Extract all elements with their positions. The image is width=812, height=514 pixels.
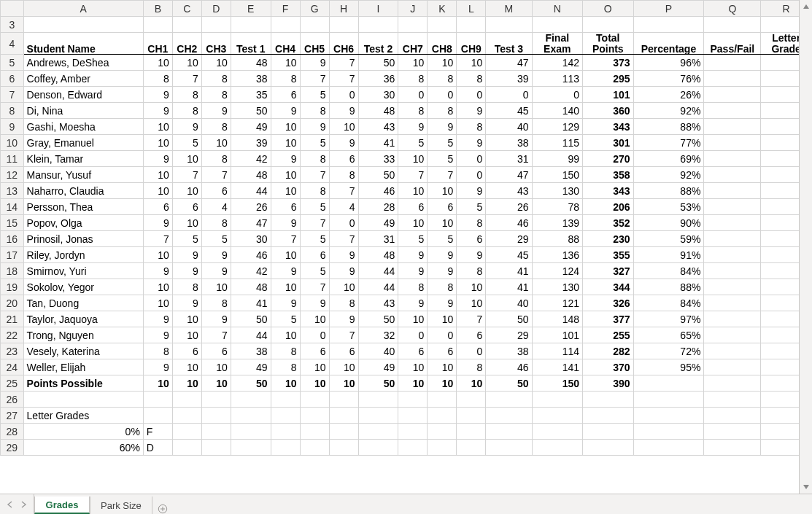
cell-t1[interactable]: 47 bbox=[231, 215, 271, 231]
cell-final[interactable]: 130 bbox=[532, 279, 583, 295]
cell-pct[interactable]: 96% bbox=[633, 55, 704, 71]
cell[interactable] bbox=[583, 424, 634, 440]
cell-ch6[interactable]: 8 bbox=[329, 295, 358, 311]
cell-ch6[interactable]: 6 bbox=[329, 151, 358, 167]
grade-letter-cell[interactable]: D bbox=[143, 440, 172, 456]
cell[interactable] bbox=[704, 327, 761, 343]
cell-ch3[interactable]: 4 bbox=[201, 199, 231, 215]
student-name-cell[interactable]: Prinosil, Jonas bbox=[23, 231, 143, 247]
cell-ch8[interactable]: 6 bbox=[428, 343, 457, 359]
cell-ch3[interactable]: 8 bbox=[201, 215, 231, 231]
header-pass-fail[interactable]: Pass/Fail bbox=[704, 33, 761, 55]
points-ch4[interactable]: 10 bbox=[271, 375, 300, 392]
cell-final[interactable]: 150 bbox=[532, 167, 583, 183]
scroll-track[interactable] bbox=[800, 13, 812, 480]
cell-pct[interactable]: 59% bbox=[633, 231, 704, 247]
cell-ch5[interactable]: 8 bbox=[300, 103, 329, 119]
cell[interactable] bbox=[457, 440, 486, 456]
cell[interactable] bbox=[704, 375, 761, 392]
header-ch6[interactable]: CH6 bbox=[329, 33, 358, 55]
cell-ch5[interactable]: 9 bbox=[300, 55, 329, 71]
cell-final[interactable]: 129 bbox=[532, 119, 583, 135]
cell-t3[interactable]: 41 bbox=[486, 279, 532, 295]
cell-ch7[interactable]: 10 bbox=[398, 359, 428, 375]
cell-final[interactable]: 139 bbox=[532, 215, 583, 231]
row-header-24[interactable]: 24 bbox=[1, 359, 24, 375]
cell-ch2[interactable]: 10 bbox=[172, 215, 201, 231]
cell-final[interactable]: 140 bbox=[532, 103, 583, 119]
cell-pct[interactable]: 97% bbox=[633, 311, 704, 327]
cell-ch1[interactable]: 10 bbox=[143, 295, 172, 311]
cell-ch9[interactable]: 0 bbox=[457, 343, 486, 359]
cell-ch6[interactable]: 9 bbox=[329, 103, 358, 119]
cell-ch1[interactable]: 9 bbox=[143, 327, 172, 343]
cell-ch1[interactable]: 9 bbox=[143, 87, 172, 103]
cell-ch5[interactable]: 10 bbox=[300, 311, 329, 327]
cell-total[interactable]: 326 bbox=[583, 295, 634, 311]
cell-ch3[interactable]: 8 bbox=[201, 119, 231, 135]
cell[interactable] bbox=[428, 392, 457, 408]
cell-pct[interactable]: 88% bbox=[633, 183, 704, 199]
cell-ch1[interactable]: 9 bbox=[143, 311, 172, 327]
cell-final[interactable]: 130 bbox=[532, 183, 583, 199]
cell[interactable] bbox=[143, 408, 172, 424]
cell-ch3[interactable]: 5 bbox=[201, 231, 231, 247]
cell-t2[interactable]: 48 bbox=[358, 103, 398, 119]
cell-ch9[interactable]: 10 bbox=[457, 55, 486, 71]
cell-ch2[interactable]: 5 bbox=[172, 135, 201, 151]
cell-final[interactable]: 88 bbox=[532, 231, 583, 247]
cell-total[interactable]: 343 bbox=[583, 183, 634, 199]
cell-total[interactable]: 344 bbox=[583, 279, 634, 295]
cell[interactable] bbox=[704, 87, 761, 103]
cell-t3[interactable]: 46 bbox=[486, 215, 532, 231]
cell[interactable] bbox=[457, 408, 486, 424]
cell-t2[interactable]: 49 bbox=[358, 215, 398, 231]
cell-t2[interactable]: 44 bbox=[358, 279, 398, 295]
cell-t1[interactable]: 42 bbox=[231, 151, 271, 167]
cell-pct[interactable]: 88% bbox=[633, 119, 704, 135]
cell-ch7[interactable]: 10 bbox=[398, 183, 428, 199]
column-header-P[interactable]: P bbox=[633, 1, 704, 17]
cell-ch9[interactable]: 8 bbox=[457, 263, 486, 279]
cell[interactable] bbox=[486, 424, 532, 440]
cell[interactable] bbox=[704, 215, 761, 231]
points-t1[interactable]: 50 bbox=[231, 375, 271, 392]
cell-pct[interactable]: 69% bbox=[633, 151, 704, 167]
cell[interactable] bbox=[329, 424, 358, 440]
cell-ch4[interactable]: 10 bbox=[271, 247, 300, 263]
cell-ch4[interactable]: 8 bbox=[271, 359, 300, 375]
cell-t3[interactable]: 38 bbox=[486, 343, 532, 359]
row-header-6[interactable]: 6 bbox=[1, 71, 24, 87]
cell-ch2[interactable]: 7 bbox=[172, 167, 201, 183]
points-t2[interactable]: 50 bbox=[358, 375, 398, 392]
cell[interactable] bbox=[358, 17, 398, 33]
row-header-13[interactable]: 13 bbox=[1, 183, 24, 199]
cell-pct[interactable]: 26% bbox=[633, 87, 704, 103]
cell-ch9[interactable]: 9 bbox=[457, 183, 486, 199]
student-name-cell[interactable]: Gray, Emanuel bbox=[23, 135, 143, 151]
cell-ch5[interactable]: 5 bbox=[300, 87, 329, 103]
cell-total[interactable]: 355 bbox=[583, 247, 634, 263]
cell-ch7[interactable]: 8 bbox=[398, 71, 428, 87]
cell-ch1[interactable]: 6 bbox=[143, 199, 172, 215]
cell[interactable] bbox=[532, 17, 583, 33]
cell-ch4[interactable]: 10 bbox=[271, 135, 300, 151]
cell-t1[interactable]: 44 bbox=[231, 327, 271, 343]
cell-t2[interactable]: 46 bbox=[358, 183, 398, 199]
cell[interactable] bbox=[201, 440, 231, 456]
cell-ch6[interactable]: 7 bbox=[329, 55, 358, 71]
cell[interactable] bbox=[358, 408, 398, 424]
cell-pct[interactable]: 92% bbox=[633, 167, 704, 183]
cell-t2[interactable]: 41 bbox=[358, 135, 398, 151]
row-header-9[interactable]: 9 bbox=[1, 119, 24, 135]
cell-ch3[interactable]: 9 bbox=[201, 311, 231, 327]
cell-ch8[interactable]: 10 bbox=[428, 359, 457, 375]
cell-ch3[interactable]: 8 bbox=[201, 71, 231, 87]
row-header-8[interactable]: 8 bbox=[1, 103, 24, 119]
points-t3[interactable]: 50 bbox=[486, 375, 532, 392]
cell-ch1[interactable]: 10 bbox=[143, 167, 172, 183]
vertical-scrollbar[interactable] bbox=[799, 0, 812, 494]
cell[interactable] bbox=[271, 424, 300, 440]
cell[interactable] bbox=[633, 392, 704, 408]
cell[interactable] bbox=[23, 392, 143, 408]
